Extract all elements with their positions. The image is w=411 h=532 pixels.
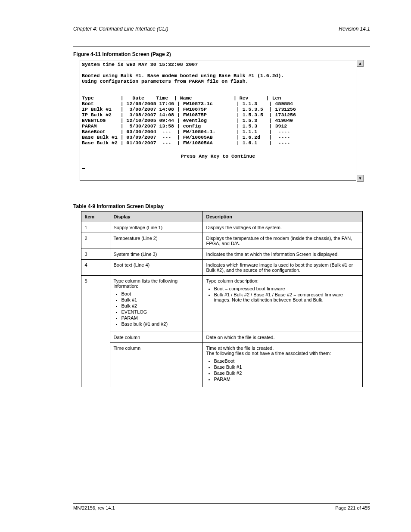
list-item: Base bulk (#1 and #2) — [121, 321, 200, 327]
list-item: PARAM — [214, 376, 360, 382]
table-row: 1Supply Voltage (Line 1)Displays the vol… — [81, 222, 362, 233]
header-left: Chapter 4: Command Line Interface (CLI) — [73, 26, 168, 32]
footer-left: MN/22156, rev 14.1 — [73, 505, 115, 510]
table-cell: Boot text (Line 4) — [110, 260, 202, 276]
page-header: Chapter 4: Command Line Interface (CLI) … — [73, 26, 370, 32]
list-item: EVENTLOG — [121, 309, 200, 314]
th-display: Display — [110, 212, 202, 222]
list-item: Boot = compressed boot firmware — [214, 286, 360, 291]
terminal-output: System time is WED MAY 30 15:32:08 2007 … — [80, 60, 356, 181]
press-any-key: Press Any Key to Continue — [82, 153, 354, 159]
table-row: 4Boot text (Line 4)Indicates which firmw… — [81, 260, 362, 276]
header-rule — [73, 47, 370, 47]
table-cell: Date on which the file is created. — [202, 332, 362, 343]
terminal-container: System time is WED MAY 30 15:32:08 2007 … — [80, 60, 364, 182]
table-row: 3System time (Line 3)Indicates the time … — [81, 249, 362, 260]
header-right: Revision 14.1 — [339, 26, 370, 32]
list-item: Bulk #2 — [121, 303, 200, 308]
table-header-row: Item Display Description — [81, 212, 362, 222]
table-cell: Displays the voltages of the system. — [202, 222, 362, 233]
cursor-icon — [82, 168, 85, 169]
table-cell: 5 — [81, 276, 110, 387]
table-row: 5Type column lists the following informa… — [81, 276, 362, 332]
table-cell: Time column — [110, 343, 202, 387]
scroll-down-button[interactable]: ▼ — [357, 175, 364, 182]
th-item: Item — [81, 212, 110, 222]
table-cell: Indicates which firmware image is used t… — [202, 260, 362, 276]
info-table: Item Display Description 1Supply Voltage… — [81, 211, 363, 387]
table-cell: System time (Line 3) — [110, 249, 202, 260]
list-item: BaseBoot — [214, 358, 360, 364]
table-row: Time columnTime at which the file is cre… — [81, 343, 362, 387]
table-cell: Time at which the file is created. The f… — [202, 343, 362, 387]
table-cell: Displays the temperature of the modem (i… — [202, 233, 362, 249]
table-cell: Temperature (Line 2) — [110, 233, 202, 249]
table-cell: Supply Voltage (Line 1) — [110, 222, 202, 233]
table-cell: 1 — [81, 222, 110, 233]
list-item: Boot — [121, 291, 200, 296]
table-row: Date columnDate on which the file is cre… — [81, 332, 362, 343]
footer-right: Page 221 of 455 — [335, 505, 370, 510]
footer-rule — [73, 503, 370, 504]
table-cell: Type column description:Boot = compresse… — [202, 276, 362, 332]
table-cell: 3 — [81, 249, 110, 260]
page: Chapter 4: Command Line Interface (CLI) … — [0, 0, 411, 532]
table-cell: 2 — [81, 233, 110, 249]
th-description: Description — [202, 212, 362, 222]
table-caption: Table 4-9 Information Screen Display — [73, 203, 370, 209]
list-item: Bulk #1 — [121, 297, 200, 302]
table-cell: Type column lists the following informat… — [110, 276, 202, 332]
page-footer: MN/22156, rev 14.1 Page 221 of 455 — [73, 503, 370, 510]
list-item: Bulk #1 / Bulk #2 / Base #1 / Base #2 = … — [214, 292, 360, 302]
table-row: 2Temperature (Line 2)Displays the temper… — [81, 233, 362, 249]
table-cell: Indicates the time at which the Informat… — [202, 249, 362, 260]
table-cell: 4 — [81, 260, 110, 276]
figure-caption: Figure 4-11 Information Screen (Page 2) — [73, 51, 370, 57]
scroll-up-button[interactable]: ▲ — [357, 60, 364, 67]
list-item: Base Bulk #2 — [214, 370, 360, 376]
list-item: PARAM — [121, 315, 200, 320]
table-cell: Date column — [110, 332, 202, 343]
list-item: Base Bulk #1 — [214, 364, 360, 370]
